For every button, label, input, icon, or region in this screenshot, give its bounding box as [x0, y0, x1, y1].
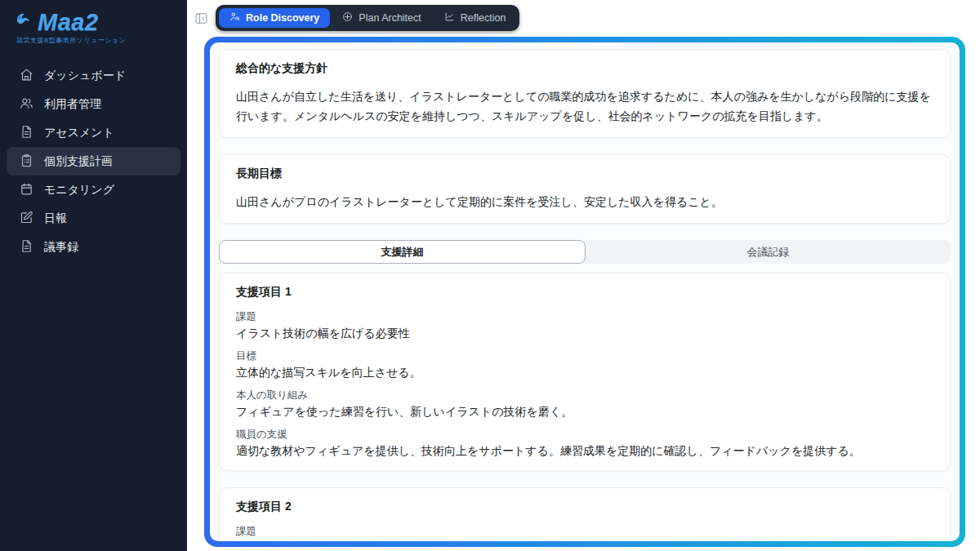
calendar-icon	[20, 182, 33, 198]
policy-card-body: 山田さんが自立した生活を送り、イラストレーターとしての職業的成功を追求するために…	[236, 87, 933, 126]
support-item-title: 支援項目 1	[236, 285, 933, 299]
policy-card: 総合的な支援方針 山田さんが自立した生活を送り、イラストレーターとしての職業的成…	[219, 49, 951, 138]
field-issue: 課題 イラスト技術の幅を広げる必要性	[236, 310, 933, 341]
tab-label: Role Discovery	[246, 12, 319, 24]
home-icon	[20, 68, 33, 84]
brand-logo-icon	[13, 10, 34, 34]
tab-meeting-records[interactable]: 会議記録	[586, 240, 951, 264]
panel-collapse-button[interactable]	[194, 11, 208, 25]
sidebar-item-label: アセスメント	[44, 126, 114, 140]
sidebar: Maa2 就労支援B型事業所ソリューション ダッシュボード 利用者管理 アセスメ…	[0, 0, 187, 551]
sidebar-item-monitoring[interactable]: モニタリング	[7, 176, 180, 204]
policy-card-title: 総合的な支援方針	[236, 61, 933, 75]
sidebar-item-users[interactable]: 利用者管理	[7, 90, 180, 118]
support-item-card-1: 支援項目 1 課題 イラスト技術の幅を広げる必要性 目標 立体的な描写スキルを向…	[219, 273, 951, 471]
field-label: 職員の支援	[236, 428, 933, 441]
compass-icon	[342, 11, 353, 24]
field-issue: 課題 社会的支援ネットワークの不足	[236, 525, 933, 541]
users-icon	[20, 96, 33, 113]
sidebar-item-label: ダッシュボード	[44, 69, 126, 83]
tab-plan-architect[interactable]: Plan Architect	[332, 8, 431, 28]
file-text-icon	[20, 125, 33, 141]
brand-block: Maa2 就労支援B型事業所ソリューション	[0, 0, 187, 50]
sidebar-item-label: 議事録	[44, 240, 78, 255]
main-content-frame: 総合的な支援方針 山田さんが自立した生活を送り、イラストレーターとしての職業的成…	[204, 37, 965, 547]
field-value: 立体的な描写スキルを向上させる。	[236, 365, 933, 380]
field-label: 本人の取り組み	[236, 389, 933, 402]
field-label: 目標	[236, 349, 933, 362]
sidebar-nav: ダッシュボード 利用者管理 アセスメント 個別支援計画 モニタリング	[0, 61, 187, 261]
support-item-title: 支援項目 2	[236, 500, 933, 513]
field-value: 社会的支援ネットワークの不足	[236, 540, 933, 541]
clipboard-list-icon	[20, 153, 33, 170]
sidebar-item-support-plan[interactable]: 個別支援計画	[7, 147, 180, 176]
chart-line-icon	[444, 11, 455, 24]
sidebar-item-minutes[interactable]: 議事録	[7, 233, 180, 261]
tab-role-discovery[interactable]: Role Discovery	[219, 8, 330, 28]
brand-tagline: 就労支援B型事業所ソリューション	[16, 36, 176, 45]
sidebar-item-assessment[interactable]: アセスメント	[7, 118, 180, 147]
field-value: 適切な教材やフィギュアを提供し、技術向上をサポートする。練習成果を定期的に確認し…	[236, 443, 933, 459]
field-value: フィギュアを使った練習を行い、新しいイラストの技術を磨く。	[236, 404, 933, 420]
field-label: 課題	[236, 310, 933, 323]
file-text-icon	[20, 239, 33, 256]
edit-icon	[20, 211, 33, 227]
main-content: 総合的な支援方針 山田さんが自立した生活を送り、イラストレーターとしての職業的成…	[210, 42, 960, 541]
mode-switcher: Role Discovery Plan Architect Reflection	[216, 5, 519, 31]
sidebar-item-label: 個別支援計画	[44, 154, 113, 169]
topbar: Role Discovery Plan Architect Reflection	[187, 0, 980, 36]
sidebar-item-daily-report[interactable]: 日報	[7, 204, 180, 233]
sidebar-item-dashboard[interactable]: ダッシュボード	[7, 61, 180, 90]
sidebar-item-label: 日報	[44, 211, 67, 226]
sidebar-item-label: 利用者管理	[44, 97, 101, 112]
field-value: イラスト技術の幅を広げる必要性	[236, 326, 933, 341]
sidebar-item-label: モニタリング	[44, 183, 114, 198]
tab-support-details[interactable]: 支援詳細	[219, 240, 586, 264]
tab-reflection[interactable]: Reflection	[434, 8, 517, 28]
field-personal-effort: 本人の取り組み フィギュアを使った練習を行い、新しいイラストの技術を磨く。	[236, 389, 933, 420]
support-item-card-2: 支援項目 2 課題 社会的支援ネットワークの不足 目標	[219, 487, 951, 541]
long-term-goal-card: 長期目標 山田さんがプロのイラストレーターとして定期的に案件を受注し、安定した収…	[219, 154, 951, 224]
field-staff-support: 職員の支援 適切な教材やフィギュアを提供し、技術向上をサポートする。練習成果を定…	[236, 428, 933, 459]
brand-name: Maa2	[38, 10, 99, 34]
tab-label: Plan Architect	[359, 12, 421, 24]
tab-label: Reflection	[461, 12, 506, 24]
field-goal: 目標 立体的な描写スキルを向上させる。	[236, 349, 933, 380]
person-search-icon	[229, 11, 240, 24]
goal-card-body: 山田さんがプロのイラストレーターとして定期的に案件を受注し、安定した収入を得るこ…	[236, 192, 933, 211]
content-tabs: 支援詳細 会議記録	[219, 240, 951, 264]
field-label: 課題	[236, 525, 933, 538]
goal-card-title: 長期目標	[236, 167, 933, 180]
